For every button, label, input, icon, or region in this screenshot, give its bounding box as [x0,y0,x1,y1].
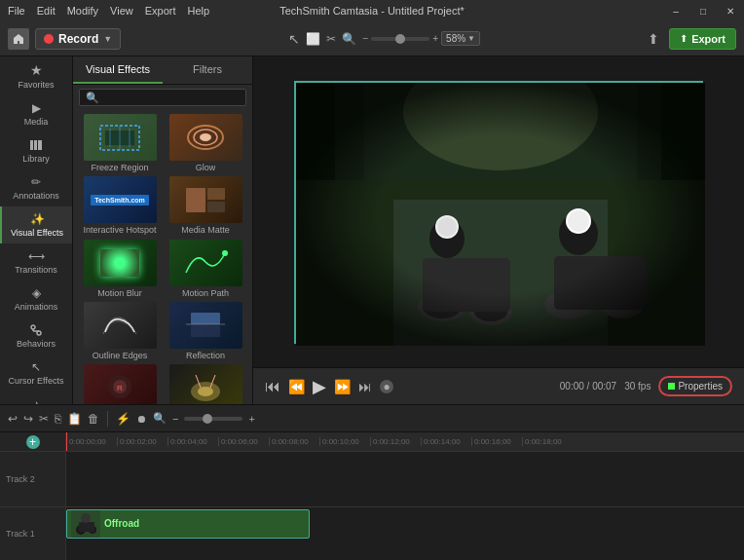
svg-point-14 [200,133,211,141]
effect-remove-color[interactable]: R Remove a Color [79,364,161,404]
sidebar-item-visual-effects[interactable]: ✨ Visual Effects [0,206,72,243]
menu-edit[interactable]: Edit [37,5,56,17]
effect-blur-label: Motion Blur [97,288,142,298]
track-1-label: Track 1 [0,507,65,561]
export-icon: ⬆ [680,33,688,44]
tool-arrow[interactable]: ↖ [288,31,300,47]
svg-point-3 [31,325,35,329]
tab-visual-effects[interactable]: Visual Effects [73,56,163,84]
effect-outline-label: Outline Edges [93,351,148,360]
step-back-button[interactable]: ⏪ [288,379,305,394]
track-1-content: Offroad [66,507,744,561]
svg-rect-16 [207,188,225,200]
sidebar-item-favorites[interactable]: ★ Favorites [0,56,72,95]
menu-file[interactable]: File [8,5,25,17]
menu-help[interactable]: Help [188,5,210,17]
window-minimize[interactable]: – [662,0,689,21]
copy-button[interactable]: ⎘ [55,412,61,426]
effect-glow-label: Glow [196,163,216,172]
sidebar-item-library[interactable]: Library [0,132,72,169]
step-forward-button[interactable]: ⏩ [334,379,351,394]
time-display: 00:00 / 00:07 [560,381,616,392]
svg-point-26 [198,387,213,396]
stop-button[interactable]: ● [380,380,393,393]
sidebar-item-cursor-effects[interactable]: ↖ Cursor Effects [0,355,72,392]
sidebar-item-audio-effects[interactable]: ♪ Audio Effects [0,392,72,404]
skip-forward-button[interactable]: ⏭ [358,379,372,394]
zoom-search-icon[interactable]: 🔍 [153,412,167,425]
zoom-dropdown[interactable]: ▼ [467,34,475,43]
effect-freeze-region[interactable]: Freeze Region [79,114,161,172]
upload-icon[interactable]: ⬆ [648,31,659,47]
record-label: Record [58,32,98,46]
sidebar-item-behaviors[interactable]: Behaviors [0,317,72,355]
svg-rect-17 [207,202,225,212]
menu-modify[interactable]: Modify [67,5,98,17]
effect-outline-edges[interactable]: Outline Edges [79,302,161,360]
tab-filters[interactable]: Filters [163,56,252,84]
record-chevron[interactable]: ▼ [103,34,112,44]
svg-rect-55 [79,522,94,532]
split-button[interactable]: ⚡ [116,412,130,426]
clip-offroad[interactable]: Offroad [66,509,310,539]
redo-button[interactable]: ↪ [23,412,33,426]
undo-button[interactable]: ↩ [8,412,18,426]
export-button[interactable]: ⬆ Export [669,28,736,50]
zoom-value: 58% [446,33,465,44]
effects-search-input[interactable] [79,89,246,106]
svg-rect-1 [34,140,37,150]
timeline-zoom-in[interactable]: + [248,413,254,425]
properties-button[interactable]: Properties [658,376,732,396]
window-maximize[interactable]: □ [689,0,717,21]
effect-interactive-hotspot[interactable]: TechSmith.com Interactive Hotspot [79,176,161,236]
record-button[interactable]: Record ▼ [35,28,121,50]
zoom-out-icon[interactable]: − [362,33,368,44]
record-timeline-button[interactable]: ⏺ [136,413,147,425]
tool-select[interactable]: ⬜ [306,32,320,46]
fps-display: 30 fps [624,381,651,392]
sidebar-item-media[interactable]: ▶ Media [0,95,72,132]
menu-export[interactable]: Export [145,5,176,17]
effect-motion-blur[interactable]: Motion Blur [79,240,161,298]
menu-view[interactable]: View [110,5,133,17]
play-button[interactable]: ▶ [313,376,326,397]
svg-point-56 [81,513,91,523]
cut-button[interactable]: ✂ [39,412,49,426]
track-2-content [66,452,744,507]
effect-spotlight[interactable]: Spotlight [165,364,246,404]
svg-rect-15 [186,188,205,212]
delete-button[interactable]: 🗑 [88,412,99,426]
home-icon[interactable] [8,28,29,50]
sidebar: ★ Favorites ▶ Media Library ✏ Annotation… [0,56,73,404]
sidebar-item-animations[interactable]: ◈ Animations [0,280,72,317]
effects-panel: Visual Effects Filters Freeze Region Glo… [73,56,253,404]
preview-frame [294,81,703,344]
effect-media-matte[interactable]: Media Matte [165,176,246,236]
timeline-ruler: 0:00:00;00 0:00:02;00 0:00:04;00 0:00:06… [66,432,744,452]
effect-reflection[interactable]: Reflection [165,302,246,360]
preview-area [253,56,744,367]
clip-offroad-label: Offroad [104,518,139,529]
properties-dot [668,383,675,390]
effect-motion-path[interactable]: Motion Path [165,240,246,298]
effect-matte-label: Media Matte [181,225,230,236]
timeline-zoom-out[interactable]: − [172,413,178,425]
timeline: ↩ ↪ ✂ ⎘ 📋 🗑 ⚡ ⏺ 🔍 − + + Track 2 Track 1 [0,404,744,560]
zoom-in-icon[interactable]: + [432,33,438,44]
tool-zoom-in[interactable]: 🔍 [342,32,356,46]
svg-text:R: R [117,384,123,392]
tool-crop[interactable]: ✂ [326,32,336,46]
window-close[interactable]: ✕ [717,0,744,21]
track-2-label: Track 2 [0,452,65,507]
paste-button[interactable]: 📋 [67,412,82,426]
sidebar-item-annotations[interactable]: ✏ Annotations [0,169,72,206]
svg-point-18 [222,250,228,256]
svg-rect-19 [191,313,220,324]
add-track-button[interactable]: + [26,435,40,449]
effect-hotspot-label: Interactive Hotspot [83,225,156,236]
playback-bar: ⏮ ⏪ ▶ ⏩ ⏭ ● 00:00 / 00:07 30 fps Propert… [253,367,744,404]
skip-back-button[interactable]: ⏮ [265,378,280,395]
sidebar-item-transitions[interactable]: ⟷ Transitions [0,243,72,280]
properties-label: Properties [678,381,723,392]
effect-glow[interactable]: Glow [165,114,246,172]
